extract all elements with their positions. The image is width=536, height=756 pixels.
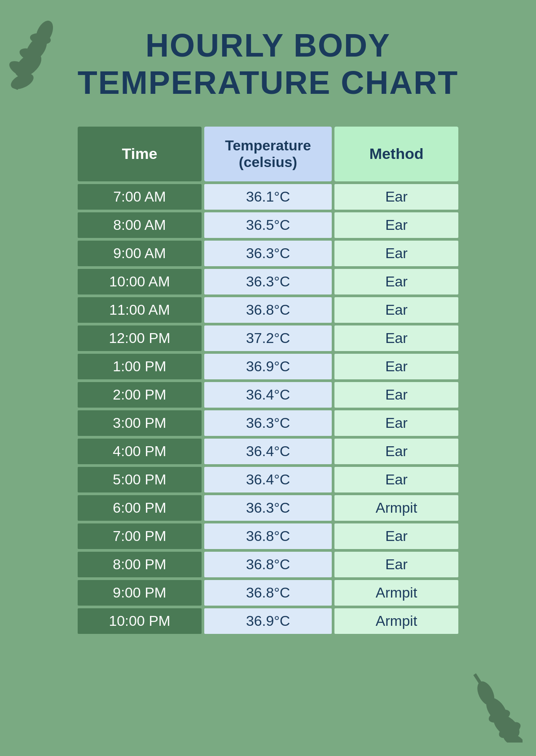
table-header-row: Time Temperature (celsius) Method bbox=[78, 127, 458, 181]
cell-method: Armpit bbox=[334, 580, 458, 606]
cell-method: Ear bbox=[334, 439, 458, 464]
cell-method: Ear bbox=[334, 184, 458, 210]
chart-table-wrapper: Time Temperature (celsius) Method 7:00 A… bbox=[75, 124, 461, 637]
table-row: 10:00 PM36.9°CArmpit bbox=[78, 608, 458, 634]
cell-time: 10:00 AM bbox=[78, 269, 202, 294]
cell-temperature: 36.3°C bbox=[204, 269, 332, 294]
title-section: HOURLY BODY TEMPERATURE CHART bbox=[33, 27, 504, 101]
cell-time: 2:00 PM bbox=[78, 382, 202, 408]
cell-method: Ear bbox=[334, 382, 458, 408]
cell-temperature: 36.3°C bbox=[204, 410, 332, 436]
table-row: 6:00 PM36.3°CArmpit bbox=[78, 495, 458, 521]
table-body: 7:00 AM36.1°CEar8:00 AM36.5°CEar9:00 AM3… bbox=[78, 184, 458, 634]
page-title: HOURLY BODY TEMPERATURE CHART bbox=[78, 27, 459, 101]
cell-method: Ear bbox=[334, 269, 458, 294]
cell-method: Ear bbox=[334, 552, 458, 577]
cell-time: 6:00 PM bbox=[78, 495, 202, 521]
table-row: 9:00 AM36.3°CEar bbox=[78, 241, 458, 266]
table-row: 8:00 PM36.8°CEar bbox=[78, 552, 458, 577]
cell-method: Ear bbox=[334, 241, 458, 266]
cell-temperature: 36.1°C bbox=[204, 184, 332, 210]
table-row: 4:00 PM36.4°CEar bbox=[78, 439, 458, 464]
cell-time: 10:00 PM bbox=[78, 608, 202, 634]
cell-method: Ear bbox=[334, 212, 458, 238]
leaf-decoration-top-left bbox=[0, 0, 81, 90]
table-row: 11:00 AM36.8°CEar bbox=[78, 297, 458, 323]
cell-temperature: 36.4°C bbox=[204, 439, 332, 464]
temperature-chart-table: Time Temperature (celsius) Method 7:00 A… bbox=[75, 124, 461, 637]
cell-method: Ear bbox=[334, 354, 458, 379]
cell-temperature: 36.3°C bbox=[204, 495, 332, 521]
cell-time: 7:00 AM bbox=[78, 184, 202, 210]
cell-temperature: 36.4°C bbox=[204, 382, 332, 408]
table-row: 1:00 PM36.9°CEar bbox=[78, 354, 458, 379]
leaf-decoration-bottom-right bbox=[451, 662, 523, 743]
cell-method: Armpit bbox=[334, 608, 458, 634]
cell-method: Ear bbox=[334, 297, 458, 323]
cell-temperature: 36.8°C bbox=[204, 297, 332, 323]
cell-temperature: 36.9°C bbox=[204, 608, 332, 634]
cell-time: 3:00 PM bbox=[78, 410, 202, 436]
header-time: Time bbox=[78, 127, 202, 181]
cell-time: 8:00 AM bbox=[78, 212, 202, 238]
table-row: 8:00 AM36.5°CEar bbox=[78, 212, 458, 238]
table-row: 7:00 AM36.1°CEar bbox=[78, 184, 458, 210]
table-row: 9:00 PM36.8°CArmpit bbox=[78, 580, 458, 606]
cell-temperature: 37.2°C bbox=[204, 325, 332, 351]
header-method: Method bbox=[334, 127, 458, 181]
cell-temperature: 36.8°C bbox=[204, 523, 332, 549]
cell-time: 11:00 AM bbox=[78, 297, 202, 323]
cell-time: 4:00 PM bbox=[78, 439, 202, 464]
cell-time: 5:00 PM bbox=[78, 467, 202, 492]
table-row: 2:00 PM36.4°CEar bbox=[78, 382, 458, 408]
cell-method: Ear bbox=[334, 410, 458, 436]
table-row: 3:00 PM36.3°CEar bbox=[78, 410, 458, 436]
table-row: 12:00 PM37.2°CEar bbox=[78, 325, 458, 351]
cell-time: 12:00 PM bbox=[78, 325, 202, 351]
table-row: 10:00 AM36.3°CEar bbox=[78, 269, 458, 294]
cell-method: Ear bbox=[334, 325, 458, 351]
cell-method: Armpit bbox=[334, 495, 458, 521]
cell-temperature: 36.8°C bbox=[204, 552, 332, 577]
cell-time: 1:00 PM bbox=[78, 354, 202, 379]
cell-time: 8:00 PM bbox=[78, 552, 202, 577]
cell-time: 7:00 PM bbox=[78, 523, 202, 549]
cell-time: 9:00 AM bbox=[78, 241, 202, 266]
cell-temperature: 36.4°C bbox=[204, 467, 332, 492]
cell-temperature: 36.5°C bbox=[204, 212, 332, 238]
cell-method: Ear bbox=[334, 523, 458, 549]
cell-temperature: 36.8°C bbox=[204, 580, 332, 606]
cell-method: Ear bbox=[334, 467, 458, 492]
cell-temperature: 36.3°C bbox=[204, 241, 332, 266]
table-row: 7:00 PM36.8°CEar bbox=[78, 523, 458, 549]
cell-time: 9:00 PM bbox=[78, 580, 202, 606]
table-row: 5:00 PM36.4°CEar bbox=[78, 467, 458, 492]
cell-temperature: 36.9°C bbox=[204, 354, 332, 379]
header-temperature: Temperature (celsius) bbox=[204, 127, 332, 181]
